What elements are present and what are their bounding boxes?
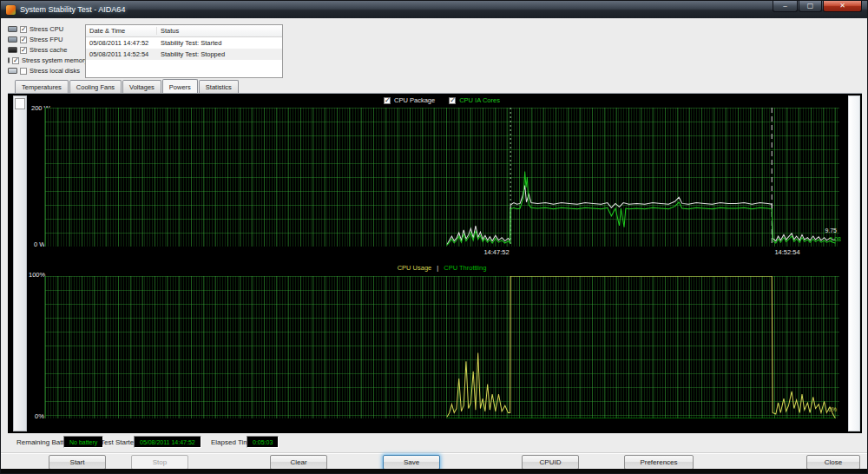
x-tick-test-stop: 14:52:54	[774, 248, 799, 256]
column-header-datetime[interactable]: Date & Time	[86, 27, 157, 35]
powers-legend: CPU Package CPU IA Cores	[44, 96, 839, 104]
test-started-value: 05/08/2011 14:47:52	[134, 436, 201, 448]
log-datetime: 05/08/2011 14:52:54	[86, 50, 157, 58]
legend-item-cpu-package: CPU Package	[384, 96, 435, 104]
tab-bar: Temperatures Cooling Fans Voltages Power…	[15, 80, 240, 93]
stress-options-panel: Stress CPU Stress FPU Stress cache Stres…	[8, 24, 84, 76]
cpu-ia-cores-current-value: 5.08	[829, 236, 841, 242]
charts-panel: CPU Package CPU IA Cores 200 W 0 W 9.75 …	[8, 93, 862, 433]
usage-legend: CPU Usage | CPU Throttling	[44, 264, 839, 272]
window-title: System Stability Test - AIDA64	[20, 5, 125, 14]
clear-button[interactable]: Clear	[270, 455, 327, 470]
scrollbar-thumb[interactable]	[15, 98, 25, 109]
status-bar: Remaining Battery: No battery Test Start…	[1, 436, 867, 450]
stress-fpu-checkbox[interactable]	[20, 36, 27, 43]
maximize-icon: ▢	[807, 2, 814, 10]
log-status: Stability Test: Stopped	[157, 50, 225, 58]
window-controls: – ▢ ✕	[772, 1, 862, 12]
stress-memory-checkbox[interactable]	[12, 57, 19, 64]
stress-cpu-checkbox[interactable]	[20, 26, 27, 33]
stop-button[interactable]: Stop	[131, 455, 188, 470]
column-header-status[interactable]: Status	[157, 27, 179, 35]
tab-powers[interactable]: Powers	[162, 79, 198, 93]
usage-chart-svg	[45, 276, 839, 418]
app-icon	[6, 5, 16, 15]
cpu-icon	[8, 26, 17, 32]
close-window-button[interactable]: ✕	[823, 1, 862, 12]
memory-icon	[8, 57, 10, 63]
right-scrollbar[interactable]	[848, 95, 860, 431]
table-row[interactable]: 05/08/2011 14:47:52 Stability Test: Star…	[86, 37, 282, 49]
start-button[interactable]: Start	[49, 455, 106, 470]
log-datetime: 05/08/2011 14:47:52	[86, 39, 157, 47]
stress-option-label: Stress local disks	[30, 67, 80, 75]
stress-option-disks[interactable]: Stress local disks	[8, 66, 84, 76]
stress-option-cache[interactable]: Stress cache	[8, 45, 84, 55]
stress-option-fpu[interactable]: Stress FPU	[8, 35, 84, 44]
cpu-usage-current-value: 0%	[828, 406, 837, 412]
legend-item-cpu-ia-cores: CPU IA Cores	[449, 96, 500, 104]
cpuid-button[interactable]: CPUID	[522, 455, 579, 470]
tab-cooling-fans[interactable]: Cooling Fans	[69, 80, 122, 93]
cpu-package-current-value: 9.75	[825, 227, 837, 234]
minimize-button[interactable]: –	[773, 1, 798, 12]
minimize-icon: –	[783, 2, 786, 10]
legend-label-cpu-usage: CPU Usage	[398, 264, 432, 272]
stress-option-label: Stress CPU	[30, 25, 63, 33]
taskbar-strip	[1, 469, 867, 473]
log-table-header: Date & Time Status	[86, 25, 282, 37]
stress-option-cpu[interactable]: Stress CPU	[8, 24, 84, 34]
log-status: Stability Test: Started	[157, 39, 221, 47]
left-scrollbar[interactable]	[13, 95, 27, 431]
stress-option-label: Stress FPU	[30, 36, 62, 43]
elapsed-time-value: 0:05:03	[247, 436, 279, 448]
tab-voltages[interactable]: Voltages	[122, 80, 161, 93]
stress-disks-checkbox[interactable]	[20, 68, 27, 75]
tab-statistics[interactable]: Statistics	[199, 80, 239, 93]
stress-option-label: Stress cache	[30, 46, 67, 54]
cache-icon	[8, 47, 17, 53]
powers-chart: 9.75 5.08 14:47:52 14:52:54	[44, 108, 839, 247]
title-bar[interactable]: System Stability Test - AIDA64 – ▢ ✕	[1, 1, 867, 18]
close-icon: ✕	[839, 2, 845, 10]
battery-value: No battery	[63, 436, 103, 448]
divider	[1, 452, 867, 454]
cpu-package-checkbox[interactable]	[384, 97, 391, 104]
preferences-button[interactable]: Preferences	[624, 455, 694, 470]
legend-label-cpu-throttling: CPU Throttling	[444, 264, 486, 272]
save-button[interactable]: Save	[383, 455, 440, 470]
cpu-ia-cores-checkbox[interactable]	[449, 97, 456, 104]
log-table: Date & Time Status 05/08/2011 14:47:52 S…	[85, 24, 283, 78]
legend-label: CPU IA Cores	[459, 96, 500, 104]
maximize-button[interactable]: ▢	[799, 1, 822, 12]
stress-option-label: Stress system memory	[22, 56, 88, 64]
tab-temperatures[interactable]: Temperatures	[15, 80, 69, 93]
table-row[interactable]: 05/08/2011 14:52:54 Stability Test: Stop…	[86, 49, 282, 60]
fpu-icon	[8, 36, 17, 43]
y-axis-min-label: 0%	[35, 412, 44, 420]
legend-separator: |	[437, 264, 438, 272]
y-axis-max-label: 100%	[29, 271, 45, 279]
x-tick-test-start: 14:47:52	[483, 248, 509, 256]
disk-icon	[8, 68, 17, 74]
close-button[interactable]: Close	[806, 455, 860, 470]
stress-cache-checkbox[interactable]	[20, 47, 27, 54]
usage-chart: 0%	[44, 276, 839, 418]
powers-chart-svg	[45, 108, 839, 247]
window: System Stability Test - AIDA64 – ▢ ✕ Str…	[0, 0, 868, 474]
stress-option-memory[interactable]: Stress system memory	[8, 56, 84, 65]
legend-label: CPU Package	[394, 96, 435, 104]
